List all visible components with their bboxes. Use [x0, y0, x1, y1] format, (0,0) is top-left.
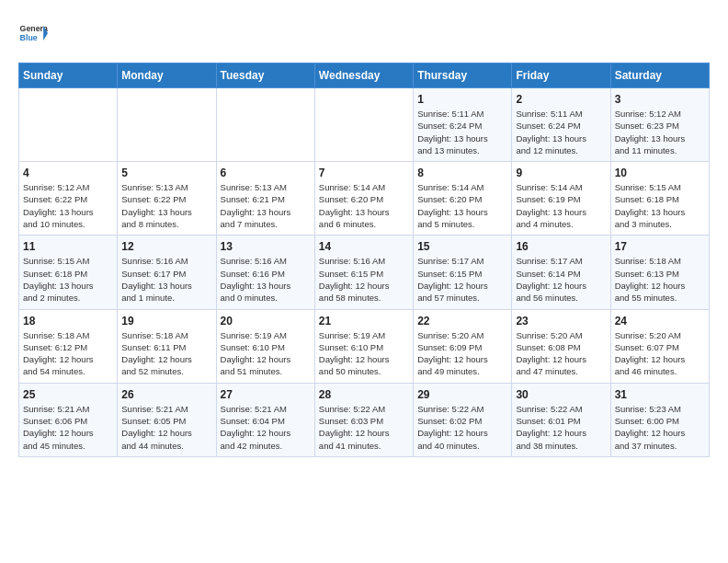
cell-info: Sunset: 6:06 PM — [23, 415, 113, 427]
calendar-cell: 23Sunrise: 5:20 AMSunset: 6:08 PMDayligh… — [512, 309, 610, 383]
calendar-cell: 31Sunrise: 5:23 AMSunset: 6:00 PMDayligh… — [610, 383, 709, 456]
cell-info: Sunset: 6:10 PM — [319, 341, 409, 353]
cell-info: Daylight: 13 hours — [121, 280, 211, 292]
cell-info: Sunset: 6:04 PM — [221, 415, 311, 427]
cell-info: Sunset: 6:15 PM — [417, 268, 507, 280]
calendar-cell: 25Sunrise: 5:21 AMSunset: 6:06 PMDayligh… — [19, 383, 118, 456]
cell-info: Sunrise: 5:14 AM — [319, 181, 409, 193]
calendar-cell: 11Sunrise: 5:15 AMSunset: 6:18 PMDayligh… — [19, 236, 118, 309]
cell-info: Sunrise: 5:22 AM — [516, 403, 606, 415]
cell-info: Daylight: 12 hours — [417, 427, 507, 439]
cell-info: Sunrise: 5:12 AM — [23, 181, 113, 193]
calendar-cell: 4Sunrise: 5:12 AMSunset: 6:22 PMDaylight… — [19, 162, 118, 236]
day-number: 6 — [221, 167, 311, 179]
calendar-cell: 27Sunrise: 5:21 AMSunset: 6:04 PMDayligh… — [216, 383, 314, 456]
cell-info: and 51 minutes. — [221, 365, 311, 377]
cell-info: and 47 minutes. — [516, 365, 606, 377]
weekday-header: Saturday — [610, 63, 709, 88]
cell-info: Sunset: 6:22 PM — [121, 193, 211, 205]
day-number: 17 — [615, 240, 705, 253]
cell-info: Sunset: 6:24 PM — [516, 120, 606, 132]
cell-info: Sunrise: 5:14 AM — [516, 181, 606, 193]
cell-info: and 38 minutes. — [516, 440, 606, 452]
cell-info: and 42 minutes. — [221, 440, 311, 452]
cell-info: Sunset: 6:10 PM — [221, 341, 311, 353]
cell-info: Sunrise: 5:11 AM — [516, 108, 606, 120]
cell-info: and 4 minutes. — [516, 218, 606, 230]
calendar-cell: 20Sunrise: 5:19 AMSunset: 6:10 PMDayligh… — [216, 309, 314, 383]
cell-info: and 44 minutes. — [121, 440, 211, 452]
cell-info: Sunrise: 5:20 AM — [417, 329, 507, 341]
cell-info: Sunset: 6:16 PM — [221, 268, 311, 280]
cell-info: Daylight: 12 hours — [319, 427, 409, 439]
cell-info: and 7 minutes. — [221, 218, 311, 230]
cell-info: Sunset: 6:21 PM — [221, 193, 311, 205]
calendar-week-row: 4Sunrise: 5:12 AMSunset: 6:22 PMDaylight… — [19, 162, 710, 236]
calendar-cell: 17Sunrise: 5:18 AMSunset: 6:13 PMDayligh… — [610, 236, 709, 309]
day-number: 22 — [417, 315, 507, 327]
calendar-cell — [19, 88, 118, 162]
cell-info: Daylight: 12 hours — [615, 427, 705, 439]
day-number: 9 — [516, 167, 606, 179]
day-number: 29 — [417, 388, 507, 401]
cell-info: Daylight: 13 hours — [221, 280, 311, 292]
cell-info: Daylight: 12 hours — [221, 353, 311, 365]
cell-info: Sunrise: 5:17 AM — [516, 255, 606, 267]
day-number: 10 — [615, 167, 705, 179]
cell-info: and 1 minute. — [121, 292, 211, 304]
cell-info: Sunset: 6:24 PM — [417, 120, 507, 132]
cell-info: and 3 minutes. — [615, 218, 705, 230]
cell-info: Sunset: 6:23 PM — [615, 120, 705, 132]
cell-info: and 2 minutes. — [23, 292, 113, 304]
cell-info: Sunrise: 5:19 AM — [221, 329, 311, 341]
cell-info: and 49 minutes. — [417, 365, 507, 377]
calendar-week-row: 1Sunrise: 5:11 AMSunset: 6:24 PMDaylight… — [19, 88, 710, 162]
calendar-cell: 16Sunrise: 5:17 AMSunset: 6:14 PMDayligh… — [512, 236, 610, 309]
cell-info: Sunset: 6:02 PM — [417, 415, 507, 427]
cell-info: Daylight: 13 hours — [615, 132, 705, 144]
cell-info: Sunrise: 5:15 AM — [23, 255, 113, 267]
weekday-header: Sunday — [19, 63, 118, 88]
calendar-cell: 2Sunrise: 5:11 AMSunset: 6:24 PMDaylight… — [512, 88, 610, 162]
cell-info: Sunrise: 5:21 AM — [23, 403, 113, 415]
calendar-cell: 14Sunrise: 5:16 AMSunset: 6:15 PMDayligh… — [314, 236, 413, 309]
cell-info: Daylight: 12 hours — [23, 427, 113, 439]
cell-info: Sunrise: 5:12 AM — [615, 108, 705, 120]
cell-info: and 0 minutes. — [221, 292, 311, 304]
cell-info: Daylight: 13 hours — [417, 206, 507, 218]
cell-info: Daylight: 12 hours — [516, 353, 606, 365]
cell-info: and 56 minutes. — [516, 292, 606, 304]
calendar-cell: 1Sunrise: 5:11 AMSunset: 6:24 PMDaylight… — [414, 88, 512, 162]
cell-info: Daylight: 13 hours — [23, 206, 113, 218]
calendar-table: SundayMondayTuesdayWednesdayThursdayFrid… — [18, 63, 710, 457]
cell-info: Sunset: 6:17 PM — [121, 268, 211, 280]
calendar-cell — [118, 88, 216, 162]
cell-info: Daylight: 12 hours — [516, 280, 606, 292]
cell-info: and 37 minutes. — [615, 440, 705, 452]
day-number: 14 — [319, 240, 409, 253]
day-number: 15 — [417, 240, 507, 253]
cell-info: and 11 minutes. — [615, 144, 705, 156]
calendar-cell — [216, 88, 314, 162]
calendar-cell: 6Sunrise: 5:13 AMSunset: 6:21 PMDaylight… — [216, 162, 314, 236]
weekday-header: Monday — [118, 63, 216, 88]
calendar-cell: 13Sunrise: 5:16 AMSunset: 6:16 PMDayligh… — [216, 236, 314, 309]
cell-info: and 45 minutes. — [23, 440, 113, 452]
cell-info: Sunrise: 5:18 AM — [615, 255, 705, 267]
cell-info: Sunrise: 5:20 AM — [615, 329, 705, 341]
cell-info: Sunset: 6:00 PM — [615, 415, 705, 427]
day-number: 24 — [615, 315, 705, 327]
calendar-cell: 9Sunrise: 5:14 AMSunset: 6:19 PMDaylight… — [512, 162, 610, 236]
day-number: 26 — [121, 388, 211, 401]
calendar-cell: 24Sunrise: 5:20 AMSunset: 6:07 PMDayligh… — [610, 309, 709, 383]
cell-info: Daylight: 13 hours — [516, 132, 606, 144]
cell-info: and 57 minutes. — [417, 292, 507, 304]
cell-info: Daylight: 12 hours — [121, 353, 211, 365]
calendar-week-row: 25Sunrise: 5:21 AMSunset: 6:06 PMDayligh… — [19, 383, 710, 456]
cell-info: Daylight: 13 hours — [319, 206, 409, 218]
cell-info: and 13 minutes. — [417, 144, 507, 156]
day-number: 20 — [221, 315, 311, 327]
weekday-header: Tuesday — [216, 63, 314, 88]
cell-info: Daylight: 12 hours — [121, 427, 211, 439]
cell-info: Daylight: 12 hours — [23, 353, 113, 365]
